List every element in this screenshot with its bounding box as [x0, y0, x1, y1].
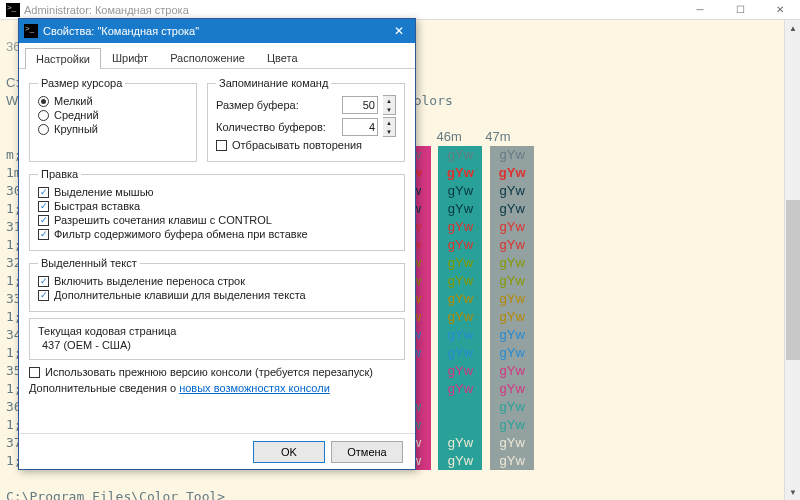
checkbox-icon: ✓ [38, 201, 49, 212]
radio-icon [38, 124, 49, 135]
checkbox-icon: ✓ [38, 215, 49, 226]
discard-duplicates-option[interactable]: Отбрасывать повторения [216, 139, 396, 151]
codepage-group: Текущая кодовая страница 437 (OEM - США) [29, 318, 405, 360]
cursor-size-legend: Размер курсора [38, 77, 125, 89]
scroll-down-icon[interactable]: ▼ [785, 484, 800, 500]
checkbox-icon: ✓ [38, 276, 49, 287]
cursor-medium-label: Средний [54, 109, 99, 121]
dialog-footer: OK Отмена [19, 433, 415, 469]
tab-font[interactable]: Шрифт [101, 47, 159, 68]
dialog-title: Свойства: "Командная строка" [43, 25, 383, 37]
extended-keys-label: Дополнительные клавиши для выделения тек… [54, 289, 306, 301]
quickedit-label: Выделение мышью [54, 186, 154, 198]
quickedit-option[interactable]: ✓Выделение мышью [38, 186, 396, 198]
radio-icon [38, 96, 49, 107]
codepage-value: 437 (OEM - США) [38, 337, 396, 353]
line-wrap-selection-label: Включить выделение переноса строк [54, 275, 245, 287]
cursor-size-group: Размер курсора Мелкий Средний Крупный [29, 77, 197, 162]
buffer-size-input[interactable]: 50 [342, 96, 378, 114]
checkbox-icon: ✓ [38, 290, 49, 301]
insert-mode-option[interactable]: ✓Быстрая вставка [38, 200, 396, 212]
cmd-icon [6, 3, 20, 17]
line-wrap-selection-option[interactable]: ✓Включить выделение переноса строк [38, 275, 396, 287]
checkbox-icon: ✓ [38, 229, 49, 240]
cursor-large-option[interactable]: Крупный [38, 123, 188, 135]
cursor-medium-option[interactable]: Средний [38, 109, 188, 121]
buffer-count-input[interactable]: 4 [342, 118, 378, 136]
dialog-body: Размер курсора Мелкий Средний Крупный За… [19, 69, 415, 433]
text-selection-group: Выделенный текст ✓Включить выделение пер… [29, 257, 405, 312]
dialog-titlebar[interactable]: Свойства: "Командная строка" ✕ [19, 19, 415, 43]
checkbox-icon: ✓ [38, 187, 49, 198]
insert-mode-label: Быстрая вставка [54, 200, 140, 212]
edit-options-legend: Правка [38, 168, 81, 180]
text-selection-legend: Выделенный текст [38, 257, 140, 269]
chevron-down-icon: ▼ [383, 127, 395, 136]
moreinfo-link[interactable]: новых возможностях консоли [179, 382, 330, 394]
cursor-small-option[interactable]: Мелкий [38, 95, 188, 107]
filter-clipboard-label: Фильтр содержимого буфера обмена при вст… [54, 228, 308, 240]
ctrl-shortcuts-label: Разрешить сочетания клавиш с CONTROL [54, 214, 272, 226]
checkbox-icon [29, 367, 40, 378]
dialog-close-button[interactable]: ✕ [383, 19, 415, 43]
cursor-small-label: Мелкий [54, 95, 93, 107]
moreinfo-line: Дополнительные сведения о новых возможно… [29, 382, 405, 394]
chevron-down-icon: ▼ [383, 105, 395, 114]
dialog-tabs: Настройки Шрифт Расположение Цвета [19, 43, 415, 69]
chevron-up-icon: ▲ [383, 96, 395, 105]
scroll-thumb[interactable] [786, 200, 800, 360]
maximize-button[interactable]: ☐ [720, 0, 760, 20]
scroll-up-icon[interactable]: ▲ [785, 20, 800, 36]
extended-keys-option[interactable]: ✓Дополнительные клавиши для выделения те… [38, 289, 396, 301]
buffer-size-label: Размер буфера: [216, 99, 337, 111]
tab-layout[interactable]: Расположение [159, 47, 256, 68]
close-button[interactable]: ✕ [760, 0, 800, 20]
cancel-button[interactable]: Отмена [331, 441, 403, 463]
edit-options-group: Правка ✓Выделение мышью ✓Быстрая вставка… [29, 168, 405, 251]
terminal-scrollbar[interactable]: ▲ ▼ [784, 20, 800, 500]
minimize-button[interactable]: ─ [680, 0, 720, 20]
checkbox-icon [216, 140, 227, 151]
tab-colors[interactable]: Цвета [256, 47, 309, 68]
command-history-legend: Запоминание команд [216, 77, 331, 89]
discard-duplicates-label: Отбрасывать повторения [232, 139, 362, 151]
command-history-group: Запоминание команд Размер буфера: 50 ▲▼ … [207, 77, 405, 162]
filter-clipboard-option[interactable]: ✓Фильтр содержимого буфера обмена при вс… [38, 228, 396, 240]
ctrl-shortcuts-option[interactable]: ✓Разрешить сочетания клавиш с CONTROL [38, 214, 396, 226]
window-controls: ─ ☐ ✕ [680, 0, 800, 20]
radio-icon [38, 110, 49, 121]
buffer-size-stepper[interactable]: ▲▼ [383, 95, 396, 115]
cmd-icon [24, 24, 38, 38]
cursor-large-label: Крупный [54, 123, 98, 135]
legacy-console-label: Использовать прежнюю версию консоли (тре… [45, 366, 373, 378]
terminal-title: Administrator: Командная строка [24, 4, 680, 16]
terminal-titlebar: Administrator: Командная строка ─ ☐ ✕ [0, 0, 800, 20]
buffer-count-stepper[interactable]: ▲▼ [383, 117, 396, 137]
legacy-console-option[interactable]: Использовать прежнюю версию консоли (тре… [29, 366, 405, 378]
tab-settings[interactable]: Настройки [25, 48, 101, 69]
codepage-label: Текущая кодовая страница [38, 325, 396, 337]
moreinfo-prefix: Дополнительные сведения о [29, 382, 179, 394]
buffer-count-label: Количество буферов: [216, 121, 337, 133]
ok-button[interactable]: OK [253, 441, 325, 463]
properties-dialog: Свойства: "Командная строка" ✕ Настройки… [18, 18, 416, 470]
chevron-up-icon: ▲ [383, 118, 395, 127]
